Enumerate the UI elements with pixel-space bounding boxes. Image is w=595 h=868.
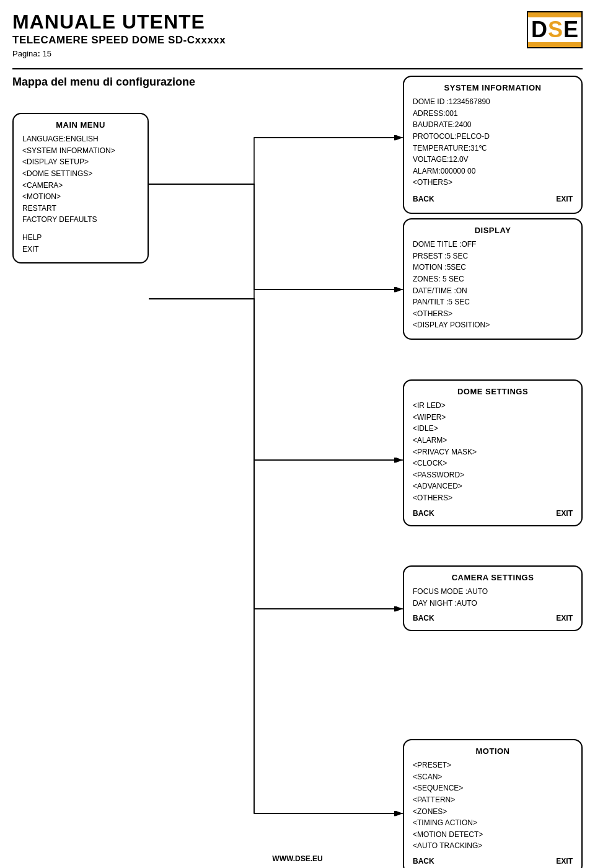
list-item: EXIT <box>22 244 139 255</box>
list-item: MOTION :5SEC <box>413 262 573 273</box>
list-item: <SYSTEM INFORMATION> <box>22 145 139 157</box>
back-label: BACK <box>413 857 434 866</box>
logo-top-bar <box>528 12 581 17</box>
camera-settings-footer: BACK EXIT <box>413 614 573 622</box>
exit-label: EXIT <box>556 193 573 205</box>
logo-s: S <box>548 19 563 41</box>
exit-label: EXIT <box>556 509 573 518</box>
motion-content: <PRESET> <SCAN> <SEQUENCE> <PATTERN> <ZO… <box>413 760 573 852</box>
arrow-main-to-sysinfo <box>149 138 403 184</box>
header: MANUALE UTENTE TELECAMERE SPEED DOME SD-… <box>0 0 595 64</box>
list-item: DATE/TIME :ON <box>413 285 573 297</box>
list-item: TEMPERATURE:31℃ <box>413 143 573 154</box>
list-item: <IR LED> <box>413 400 573 412</box>
main-menu-content: LANGUAGE:ENGLISH <SYSTEM INFORMATION> <D… <box>22 133 139 255</box>
logo-bottom-bar <box>528 42 581 47</box>
list-item: <SCAN> <box>413 771 573 783</box>
arrow-main-to-dome <box>149 299 403 460</box>
list-item: PROTOCOL:PELCO-D <box>413 131 573 143</box>
exit-label: EXIT <box>556 857 573 866</box>
list-item: <OTHERS> <box>413 308 573 320</box>
motion-box: MOTION <PRESET> <SCAN> <SEQUENCE> <PATTE… <box>403 739 583 868</box>
list-item: <IDLE> <box>413 423 573 435</box>
back-label: BACK <box>413 509 434 518</box>
page-number-label: Pagina: 15 <box>12 49 583 58</box>
list-item: PAN/TILT :5 SEC <box>413 296 573 308</box>
dome-settings-content: <IR LED> <WIPER> <IDLE> <ALARM> <PRIVACY… <box>413 400 573 503</box>
list-item: <AUTO TRACKING> <box>413 840 573 852</box>
list-item: <PASSWORD> <box>413 469 573 481</box>
list-item: <OTHERS> <box>413 177 573 188</box>
footer: WWW.DSE.EU <box>272 854 322 863</box>
dome-settings-footer: BACK EXIT <box>413 509 573 518</box>
dome-settings-box: DOME SETTINGS <IR LED> <WIPER> <IDLE> <A… <box>403 379 583 526</box>
page-subtitle: TELECAMERE SPEED DOME SD-Cxxxxx <box>12 34 583 46</box>
list-item: RESTART <box>22 203 139 215</box>
list-item: <ZONES> <box>413 806 573 818</box>
camera-settings-box: CAMERA SETTINGS FOCUS MODE :AUTO DAY NIG… <box>403 565 583 631</box>
list-item: <WIPER> <box>413 412 573 423</box>
list-item: HELP <box>22 232 139 244</box>
display-box: DISPLAY DOME TITLE :OFF PRSEST :5 SEC MO… <box>403 218 583 340</box>
list-item: <PRIVACY MASK> <box>413 446 573 458</box>
list-item: ADRESS:001 <box>413 108 573 120</box>
system-info-content: DOME ID :1234567890 ADRESS:001 BAUDRATE:… <box>413 96 573 205</box>
list-item: <DOME SETTINGS> <box>22 168 139 180</box>
motion-footer: BACK EXIT <box>413 857 573 866</box>
dse-logo: D S E <box>527 11 583 48</box>
list-item: <PATTERN> <box>413 794 573 806</box>
arrow-main-to-camera <box>149 299 403 609</box>
list-item: PRSEST :5 SEC <box>413 250 573 262</box>
list-item: <MOTION DETECT> <box>413 829 573 841</box>
list-item: FOCUS MODE :AUTO <box>413 586 573 598</box>
back-label: BACK <box>413 614 434 622</box>
exit-label: EXIT <box>556 614 573 622</box>
motion-title: MOTION <box>413 746 573 756</box>
logo-e: E <box>563 19 578 41</box>
list-item: <CAMERA> <box>22 180 139 192</box>
main-content: Mappa del menu di configurazione MAIN ME… <box>12 76 583 868</box>
list-item: <DISPLAY POSITION> <box>413 319 573 331</box>
list-item: <SEQUENCE> <box>413 782 573 794</box>
camera-settings-content: FOCUS MODE :AUTO DAY NIGHT :AUTO <box>413 586 573 609</box>
list-item: BAUDRATE:2400 <box>413 119 573 131</box>
list-item: <TIMING ACTION> <box>413 817 573 829</box>
display-content: DOME TITLE :OFF PRSEST :5 SEC MOTION :5S… <box>413 239 573 331</box>
list-item: FACTORY DEFAULTS <box>22 214 139 226</box>
display-title: DISPLAY <box>413 226 573 235</box>
list-item: ZONES: 5 SEC <box>413 273 573 285</box>
list-item: <MOTION> <box>22 191 139 203</box>
header-divider <box>12 68 583 69</box>
camera-settings-title: CAMERA SETTINGS <box>413 573 573 582</box>
arrow-main-to-motion <box>149 299 403 813</box>
main-menu-box: MAIN MENU LANGUAGE:ENGLISH <SYSTEM INFOR… <box>12 113 149 264</box>
arrow-main-to-display <box>149 184 403 290</box>
list-item: <CLOCK> <box>413 458 573 469</box>
system-info-box: SYSTEM INFORMATION DOME ID :1234567890 A… <box>403 76 583 213</box>
list-item: <ADVANCED> <box>413 480 573 492</box>
list-item: <DISPLAY SETUP> <box>22 156 139 168</box>
list-item: LANGUAGE:ENGLISH <box>22 133 139 145</box>
system-info-title: SYSTEM INFORMATION <box>413 83 573 92</box>
footer-text: WWW.DSE.EU <box>272 854 322 863</box>
page-title: MANUALE UTENTE <box>12 11 583 33</box>
list-item: VOLTAGE:12.0V <box>413 154 573 166</box>
logo-d: D <box>531 19 547 41</box>
system-info-footer: BACK EXIT <box>413 193 573 205</box>
list-item: DOME ID :1234567890 <box>413 96 573 108</box>
main-menu-title: MAIN MENU <box>22 120 139 130</box>
list-item: ALARM:000000 00 <box>413 166 573 177</box>
list-item: <ALARM> <box>413 435 573 446</box>
list-item: DAY NIGHT :AUTO <box>413 598 573 609</box>
back-label: BACK <box>413 193 434 205</box>
list-item: <OTHERS> <box>413 492 573 504</box>
dome-settings-title: DOME SETTINGS <box>413 387 573 396</box>
list-item: DOME TITLE :OFF <box>413 239 573 250</box>
list-item: <PRESET> <box>413 760 573 771</box>
